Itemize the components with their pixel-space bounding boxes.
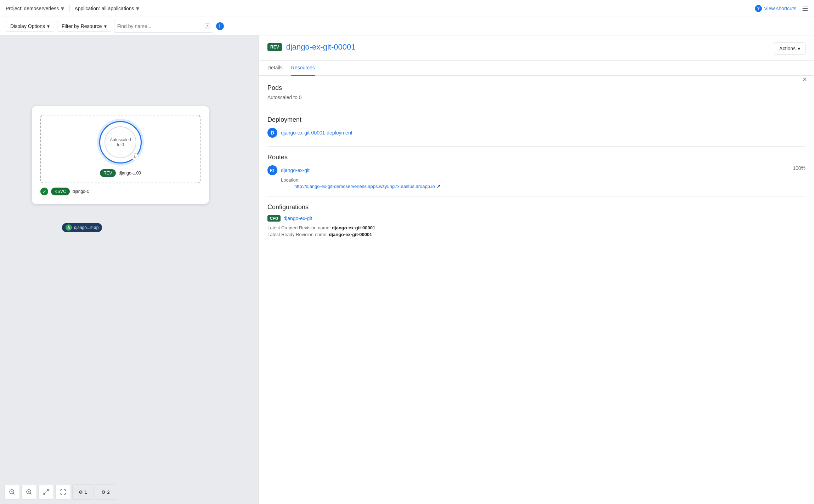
top-bar: Project: demoserverless ▾ | Application:… [0,0,814,17]
tab-resources[interactable]: Resources [291,61,315,76]
bottom-controls: ⚙ 1 ⚙ 2 [0,480,120,504]
rev-badge: REV [267,43,282,51]
panel-header: REV django-ex-git-00001 Actions ▾ [259,35,814,61]
toolbar: Display Options ▾ Filter by Resource ▾ /… [0,17,814,35]
filter-1-button[interactable]: ⚙ 1 [72,484,94,500]
circle-node: Autoscaledto 0 ↻ [99,121,142,164]
deployment-link[interactable]: django-ex-git-00001-deployment [281,130,352,136]
view-shortcuts-label: View shortcuts [764,6,796,11]
route-name[interactable]: django-ex-git [281,167,310,173]
app-selector[interactable]: Application: all applications ▾ [74,5,139,12]
actions-button[interactable]: Actions ▾ [774,42,805,55]
deployment-row: D django-ex-git-00001-deployment [267,128,805,138]
display-options-button[interactable]: Display Options ▾ [6,21,54,31]
deployment-section-title: Deployment [267,116,805,124]
app-chip: A django...it-ap [62,223,102,232]
divider-1 [267,109,805,109]
app-label: Application: all applications [74,6,134,11]
pods-subtitle: Autoscaled to 0 [267,94,805,100]
svg-line-1 [13,493,14,494]
rev-name: django-...00 [119,171,141,176]
zoom-out-button[interactable] [4,484,20,500]
app-name: django...it-ap [74,225,98,230]
latest-ready-detail: Latest Ready Revision name: django-ex-gi… [267,232,805,237]
location-label: Location: [281,177,805,183]
autoscaled-text: Autoscaledto 0 [110,137,131,147]
ksvc-row: ✓ KSVC django-c [40,188,200,195]
latest-created-value: django-ex-git-00001 [332,225,375,230]
display-options-chevron-icon: ▾ [47,23,50,29]
app-initial: A [66,224,72,231]
app-chevron-icon: ▾ [136,5,139,12]
deployment-d-badge: D [267,128,277,138]
location-url[interactable]: http://django-ex-git-demoserverless.apps… [294,184,435,189]
rt-badge: RT [267,165,277,175]
side-panel: × REV django-ex-git-00001 Actions ▾ Deta… [259,35,814,504]
divider-2 [267,146,805,147]
fullscreen-button[interactable] [55,484,71,500]
search-input[interactable] [117,23,202,29]
latest-created-detail: Latest Created Revision name: django-ex-… [267,225,805,230]
view-shortcuts-link[interactable]: ? View shortcuts [755,5,796,12]
ksvc-name: django-c [73,189,89,194]
rev-service-row: REV django-...00 [100,169,141,177]
search-container: / [114,20,213,33]
refresh-icon[interactable]: ↻ [131,153,139,160]
svg-line-7 [47,489,49,491]
filter-by-resource-button[interactable]: Filter by Resource ▾ [57,21,111,31]
panel-title-row: REV django-ex-git-00001 [267,42,355,52]
actions-label: Actions [779,46,796,51]
panel-body: Pods Autoscaled to 0 Deployment D django… [259,76,814,504]
help-icon: ? [755,5,762,12]
selection-box: Autoscaledto 0 ↻ REV django-...00 [40,115,200,183]
filter-2-button[interactable]: ⚙ 2 [95,484,116,500]
circle-node-inner: Autoscaledto 0 [104,126,136,158]
top-bar-left: Project: demoserverless ▾ | Application:… [6,4,139,12]
routes-row: RT django-ex-git 100% [267,165,805,175]
routes-section-title: Routes [267,154,805,161]
ksvc-chip: KSVC [51,188,70,195]
config-row: CFG django-ex-git [267,215,805,222]
separator: | [68,4,70,12]
divider-3 [267,196,805,196]
app-row: A django...it-ap [62,223,102,232]
configurations-section-title: Configurations [267,204,805,211]
info-icon[interactable]: i [216,22,224,30]
top-bar-right: ? View shortcuts ☰ [755,4,808,13]
cfg-badge: CFG [267,215,281,222]
panel-header-left: REV django-ex-git-00001 [267,42,355,57]
check-icon: ✓ [40,188,48,195]
pods-section-title: Pods [267,84,805,92]
expand-button[interactable] [38,484,54,500]
rev-chip: REV [100,169,116,177]
close-button[interactable]: × [801,74,808,84]
project-label: Project: demoserverless [6,6,59,11]
canvas-area: Autoscaledto 0 ↻ REV django-...00 ✓ KSVC… [0,35,259,504]
main-content: Autoscaledto 0 ↻ REV django-...00 ✓ KSVC… [0,35,814,504]
panel-header-right: Actions ▾ [774,42,805,55]
cfg-name[interactable]: django-ex-git [283,216,312,221]
filter-chevron-icon: ▾ [104,23,107,29]
zoom-in-button[interactable] [21,484,37,500]
filter-2-count: 2 [107,489,109,495]
route-percent: 100% [793,165,805,171]
actions-chevron-icon: ▾ [798,46,800,51]
external-link-icon: ↗ [436,183,441,189]
svg-line-4 [30,493,31,494]
project-chevron-icon: ▾ [61,5,64,12]
panel-tabs: Details Resources [259,61,814,76]
latest-ready-value: django-ex-git-00001 [329,232,372,237]
filter-1-count: 1 [84,489,87,495]
svg-line-8 [44,493,45,494]
route-left: RT django-ex-git [267,165,310,175]
tab-details[interactable]: Details [267,61,283,76]
location-url-row: http://django-ex-git-demoserverless.apps… [281,183,805,189]
project-selector[interactable]: Project: demoserverless ▾ [6,5,64,12]
slash-badge: / [205,23,210,29]
filter-by-resource-label: Filter by Resource [62,23,102,29]
grid-icon[interactable]: ☰ [802,4,808,13]
display-options-label: Display Options [10,23,45,29]
topology-card: Autoscaledto 0 ↻ REV django-...00 ✓ KSVC… [32,106,209,204]
panel-title: django-ex-git-00001 [286,42,356,52]
